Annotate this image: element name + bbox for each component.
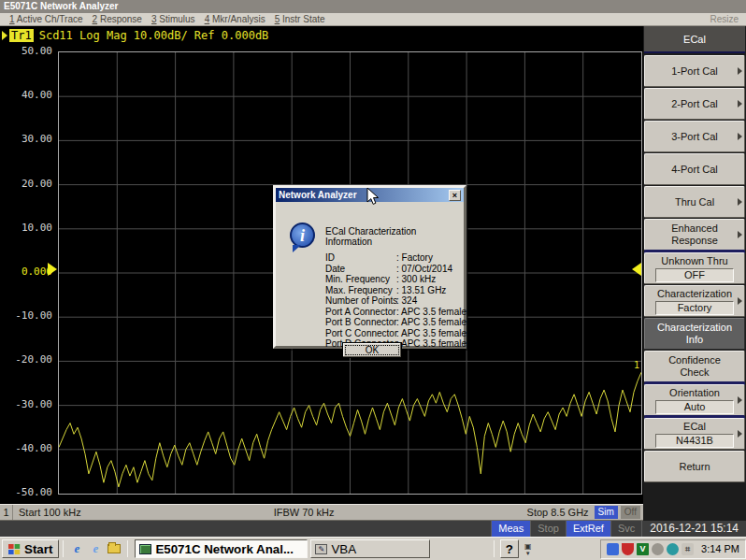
submenu-arrow-icon bbox=[738, 198, 742, 206]
vba-icon: ✎ bbox=[315, 544, 327, 554]
submenu-arrow-icon bbox=[738, 133, 742, 140]
start-label: Start bbox=[24, 542, 52, 556]
dialog-close-button[interactable]: × bbox=[449, 190, 461, 201]
gray-round-icon[interactable] bbox=[652, 543, 664, 555]
red-shield-icon[interactable] bbox=[622, 543, 634, 555]
ifbw-value[interactable]: IFBW 70 kHz bbox=[274, 507, 335, 518]
softkey-label: Unknown Thru bbox=[652, 255, 737, 267]
help-button[interactable]: ? bbox=[500, 539, 519, 558]
stop-frequency[interactable]: Stop 8.5 GHz bbox=[527, 507, 589, 518]
submenu-arrow-icon bbox=[738, 100, 742, 108]
softkey-1-port-cal[interactable]: 1-Port Cal bbox=[644, 55, 745, 87]
taskbar-divider bbox=[127, 540, 128, 557]
internet-explorer-icon[interactable]: e bbox=[69, 541, 84, 556]
analyzer-icon bbox=[139, 544, 151, 554]
softkey-menu: ECal 1-Port Cal2-Port Cal3-Port Cal4-Por… bbox=[643, 26, 746, 521]
dialog-row-label: ID bbox=[325, 253, 396, 264]
menubar: 1 Active Ch/Trace2 Response3 Stimulus4 M… bbox=[0, 13, 746, 26]
dialog-row-value: : 300 kHz bbox=[396, 275, 466, 285]
taskbar-clock[interactable]: 3:14 PM bbox=[701, 543, 739, 554]
status-badge-meas: Meas bbox=[491, 521, 530, 537]
softkey-unknown-thru[interactable]: Unknown ThruOFF bbox=[644, 252, 745, 284]
teal-round-icon[interactable] bbox=[667, 543, 679, 555]
softkey-label: 1-Port Cal bbox=[662, 65, 727, 78]
taskbar: Start ee E5071C Network Anal...✎VBA ? ▣▼… bbox=[0, 537, 746, 560]
instrument-status-bar: MeasStopExtRefSvc 2016-12-21 15:14 bbox=[0, 521, 746, 537]
dialog-body: i ECal Characterization Information ID: … bbox=[276, 202, 464, 346]
reference-level-marker-left-icon[interactable] bbox=[48, 263, 57, 276]
start-button[interactable]: Start bbox=[2, 539, 59, 558]
mouse-cursor bbox=[366, 187, 380, 206]
menu-item-mkr-analysis[interactable]: 4 Mkr/Analysis bbox=[205, 14, 265, 24]
dialog-row-value: : APC 3.5 female bbox=[396, 329, 466, 339]
softkey-confidence-check[interactable]: Confidence Check bbox=[644, 351, 745, 382]
dialog-row-label: Port B Connector bbox=[325, 318, 396, 328]
submenu-arrow-icon bbox=[738, 67, 742, 75]
dialog-row-label: Port A Connector bbox=[325, 308, 396, 318]
system-tray: V⌗ 3:14 PM bbox=[600, 539, 746, 559]
softkey-characterization[interactable]: CharacterizationFactory bbox=[644, 285, 745, 317]
folder-icon[interactable] bbox=[107, 541, 122, 556]
taskbar-divider bbox=[63, 540, 64, 557]
show-hidden-icons-chevron[interactable]: ▣▼ bbox=[522, 541, 535, 556]
menu-item-response[interactable]: 2 Response bbox=[93, 14, 142, 24]
softkey-label: 2-Port Cal bbox=[662, 98, 727, 110]
window-titlebar[interactable]: E5071C Network Analyzer bbox=[0, 0, 746, 13]
dialog-heading: ECal Characterization Information bbox=[325, 226, 464, 247]
blue-network-icon[interactable] bbox=[607, 543, 619, 555]
y-axis-label: 10.00 bbox=[0, 222, 52, 234]
softkey-menu-title: ECal bbox=[644, 26, 745, 53]
reference-level-marker-right-icon[interactable] bbox=[632, 263, 641, 276]
green-v-icon[interactable]: V bbox=[637, 543, 649, 555]
menu-item-stimulus[interactable]: 3 Stimulus bbox=[151, 14, 195, 24]
softkey-return[interactable]: Return bbox=[644, 451, 745, 482]
softkey-label: 3-Port Cal bbox=[662, 131, 727, 143]
keyboard-icon[interactable]: ⌗ bbox=[681, 543, 694, 555]
ecal-info-dialog: Network Analyzer × i ECal Characterizati… bbox=[273, 185, 466, 349]
ok-button[interactable]: OK bbox=[342, 342, 402, 358]
softkey-characterization-info[interactable]: Characterization Info bbox=[644, 318, 745, 350]
y-axis-label: 50.00 bbox=[0, 45, 52, 57]
task-button-analyzer[interactable]: E5071C Network Anal... bbox=[135, 539, 308, 558]
datetime-display: 2016-12-21 15:14 bbox=[641, 521, 746, 537]
submenu-arrow-icon bbox=[738, 231, 742, 238]
window-title: E5071C Network Analyzer bbox=[4, 1, 118, 11]
status-badge-svc: Svc bbox=[610, 521, 641, 537]
y-axis-label: 20.00 bbox=[0, 178, 52, 190]
channel-number: 1 bbox=[0, 505, 13, 520]
softkey-3-port-cal[interactable]: 3-Port Cal bbox=[644, 121, 745, 152]
softkey-label: Characterization bbox=[648, 288, 741, 300]
dialog-title: Network Analyzer bbox=[279, 190, 357, 200]
trace-settings-text: Scd11 Log Mag 10.00dB/ Ref 0.000dB bbox=[39, 29, 269, 42]
dialog-row-label: Number of Points bbox=[325, 296, 396, 307]
softkey-ecal[interactable]: ECalN4431B bbox=[644, 418, 745, 450]
softkey-enhanced-response[interactable]: Enhanced Response bbox=[644, 219, 745, 251]
submenu-arrow-icon bbox=[738, 396, 742, 404]
dialog-info-rows: ID: FactoryDate: 07/Oct/2014Min. Frequen… bbox=[325, 253, 466, 350]
resize-button[interactable]: Resize bbox=[710, 14, 739, 24]
dialog-row-label: Port C Connector bbox=[325, 329, 396, 339]
softkey-value: OFF bbox=[655, 268, 735, 282]
menu-item-instr-state[interactable]: 5 Instr State bbox=[275, 14, 325, 24]
channel-status-bar: 1 Start 100 kHz IFBW 70 kHz Stop 8.5 GHz… bbox=[0, 504, 643, 521]
browser-e-icon[interactable]: e bbox=[88, 541, 103, 556]
dialog-row-value: : APC 3.5 female bbox=[396, 318, 466, 328]
softkey-label: Thru Cal bbox=[666, 196, 724, 208]
task-buttons: E5071C Network Anal...✎VBA bbox=[132, 539, 430, 558]
channel-badges: SimOff bbox=[595, 506, 643, 519]
windows-logo-icon bbox=[8, 543, 21, 555]
softkey-orientation[interactable]: OrientationAuto bbox=[644, 384, 745, 416]
task-button-vba[interactable]: ✎VBA bbox=[310, 539, 430, 558]
softkey-4-port-cal[interactable]: 4-Port Cal bbox=[644, 153, 745, 185]
tray-icons: V⌗ bbox=[607, 543, 694, 555]
y-axis-label: 30.00 bbox=[0, 133, 52, 145]
start-frequency[interactable]: Start 100 kHz bbox=[19, 507, 81, 518]
network-analyzer-screen: E5071C Network Analyzer 1 Active Ch/Trac… bbox=[0, 0, 746, 560]
softkey-thru-cal[interactable]: Thru Cal bbox=[644, 186, 745, 218]
softkey-label: 4-Port Cal bbox=[662, 164, 727, 176]
dialog-row-label: Max. Frequency bbox=[325, 286, 396, 296]
menu-item-active-ch-trace[interactable]: 1 Active Ch/Trace bbox=[9, 14, 83, 24]
softkey-2-port-cal[interactable]: 2-Port Cal bbox=[644, 88, 745, 120]
y-axis-label: -50.00 bbox=[0, 486, 52, 498]
trace-info-line: Tr1 Scd11 Log Mag 10.00dB/ Ref 0.000dB bbox=[2, 29, 268, 42]
